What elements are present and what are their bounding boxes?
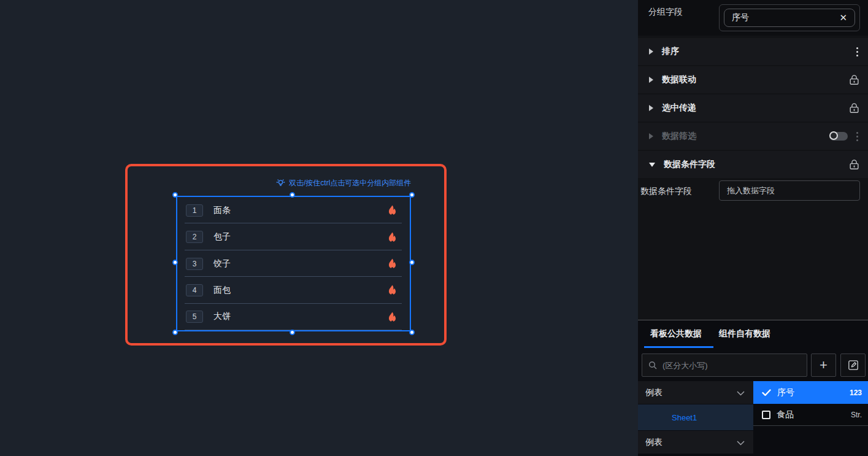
list-item[interactable]: 4 面包 xyxy=(177,277,410,303)
group-hint-text: 双击/按住ctrl点击可选中分组内部组件 xyxy=(289,178,411,188)
lightbulb-icon xyxy=(276,179,285,188)
rank-badge: 2 xyxy=(186,231,203,243)
list-item[interactable]: 2 包子 xyxy=(177,223,410,250)
resize-handle-top-center[interactable] xyxy=(290,192,295,198)
dataset-name: 例表 xyxy=(645,387,663,398)
tab-component-own-data[interactable]: 组件自有数据 xyxy=(719,328,770,339)
resize-handle-bottom-left[interactable] xyxy=(172,330,178,335)
field-type-string: Str. xyxy=(851,411,862,419)
dataset-sheet-selected[interactable]: Sheet1 xyxy=(638,404,753,430)
clear-icon[interactable]: ✕ xyxy=(839,12,847,23)
lock-icon[interactable] xyxy=(849,102,859,114)
fire-icon xyxy=(387,232,398,242)
fire-icon xyxy=(387,258,398,269)
fire-icon xyxy=(387,205,398,215)
group-field-input[interactable]: 序号 ✕ xyxy=(719,4,860,31)
resize-handle-bottom-right[interactable] xyxy=(409,330,415,335)
search-input[interactable] xyxy=(663,361,785,370)
list-item[interactable]: 1 面条 xyxy=(177,197,410,223)
tab-board-shared-data[interactable]: 看板公共数据 xyxy=(650,328,702,339)
chevron-right-icon xyxy=(649,77,653,83)
data-tabs: 看板公共数据 组件自有数据 xyxy=(638,320,868,348)
list-component[interactable]: 1 面条 2 包子 3 饺子 4 xyxy=(176,196,411,331)
data-zone: 看板公共数据 组件自有数据 + xyxy=(638,320,868,456)
rank-badge: 4 xyxy=(186,284,203,296)
field-search[interactable] xyxy=(642,354,807,377)
group-field-tag[interactable]: 序号 ✕ xyxy=(724,9,855,27)
dataset-name: 例表 xyxy=(645,437,663,448)
group-field-row: 分组字段 序号 ✕ xyxy=(638,0,868,36)
section-selection-pass[interactable]: 选中传递 xyxy=(638,95,868,122)
dataset-column: 例表 Sheet1 例表 xyxy=(638,381,753,454)
fire-icon xyxy=(387,312,398,322)
lock-icon[interactable] xyxy=(849,74,859,85)
section-title: 数据条件字段 xyxy=(664,159,715,170)
chevron-down-icon xyxy=(737,388,745,398)
edit-dataset-button[interactable] xyxy=(840,354,866,377)
section-condition-fields[interactable]: 数据条件字段 xyxy=(638,151,868,178)
field-name: 食品 xyxy=(777,409,794,420)
rank-badge: 1 xyxy=(186,204,203,217)
sheet-name: Sheet1 xyxy=(672,413,697,422)
dashboard-editor: 双击/按住ctrl点击可选中分组内部组件 1 面条 2 包子 xyxy=(0,0,868,456)
item-name: 饺子 xyxy=(213,258,387,269)
resize-handle-top-right[interactable] xyxy=(409,192,415,198)
checkbox-unchecked-icon[interactable] xyxy=(762,411,770,419)
rank-badge: 5 xyxy=(186,311,203,323)
resize-handle-middle-left[interactable] xyxy=(172,260,178,265)
resize-handle-top-left[interactable] xyxy=(172,192,178,198)
field-column: 序号 123 食品 Str. xyxy=(753,381,868,426)
more-menu-icon[interactable] xyxy=(855,46,859,58)
rank-badge: 3 xyxy=(186,258,203,270)
chevron-down-icon xyxy=(737,438,745,447)
list-item[interactable]: 5 大饼 xyxy=(177,304,410,330)
field-name: 序号 xyxy=(777,387,794,398)
condition-field-label: 数据条件字段 xyxy=(640,186,692,197)
item-name: 大饼 xyxy=(213,311,387,322)
section-data-linkage[interactable]: 数据联动 xyxy=(638,66,868,93)
item-name: 面包 xyxy=(213,285,387,296)
canvas[interactable]: 双击/按住ctrl点击可选中分组内部组件 1 面条 2 包子 xyxy=(0,0,638,456)
search-icon xyxy=(648,361,658,370)
field-row-selected[interactable]: 序号 123 xyxy=(753,381,868,404)
group-hint: 双击/按住ctrl点击可选中分组内部组件 xyxy=(276,178,411,188)
condition-field-input[interactable] xyxy=(719,180,860,201)
group-field-value: 序号 xyxy=(732,12,749,23)
section-title: 数据联动 xyxy=(662,74,696,85)
filter-toggle-off[interactable] xyxy=(829,132,848,141)
fire-icon xyxy=(387,285,398,295)
settings-panel: 分组字段 序号 ✕ 排序 数据联动 xyxy=(638,0,868,456)
resize-handle-bottom-center[interactable] xyxy=(290,330,295,335)
check-icon xyxy=(762,389,771,396)
chevron-right-icon xyxy=(649,48,653,55)
field-row[interactable]: 食品 Str. xyxy=(753,404,868,426)
chevron-down-icon xyxy=(649,163,655,167)
edit-icon xyxy=(848,360,859,371)
search-row: + xyxy=(638,354,868,377)
section-sort[interactable]: 排序 xyxy=(638,38,868,65)
section-title: 选中传递 xyxy=(662,102,696,114)
lock-icon[interactable] xyxy=(849,159,859,170)
chevron-right-icon xyxy=(649,105,653,111)
condition-field-row: 数据条件字段 xyxy=(638,179,868,204)
group-field-label: 分组字段 xyxy=(648,7,683,18)
resize-handle-middle-right[interactable] xyxy=(409,260,415,265)
more-menu-icon[interactable] xyxy=(855,131,859,142)
chevron-right-icon xyxy=(649,133,653,139)
section-title: 数据筛选 xyxy=(662,131,696,142)
field-type-number: 123 xyxy=(850,388,862,397)
item-name: 包子 xyxy=(213,231,387,242)
item-name: 面条 xyxy=(213,205,387,216)
section-title: 排序 xyxy=(662,46,679,57)
active-tab-underline xyxy=(644,346,713,348)
dataset-group[interactable]: 例表 xyxy=(638,431,753,454)
section-data-filter[interactable]: 数据筛选 xyxy=(638,123,868,150)
add-dataset-button[interactable]: + xyxy=(811,354,836,377)
dataset-group[interactable]: 例表 xyxy=(638,381,753,404)
list-item[interactable]: 3 饺子 xyxy=(177,250,410,277)
